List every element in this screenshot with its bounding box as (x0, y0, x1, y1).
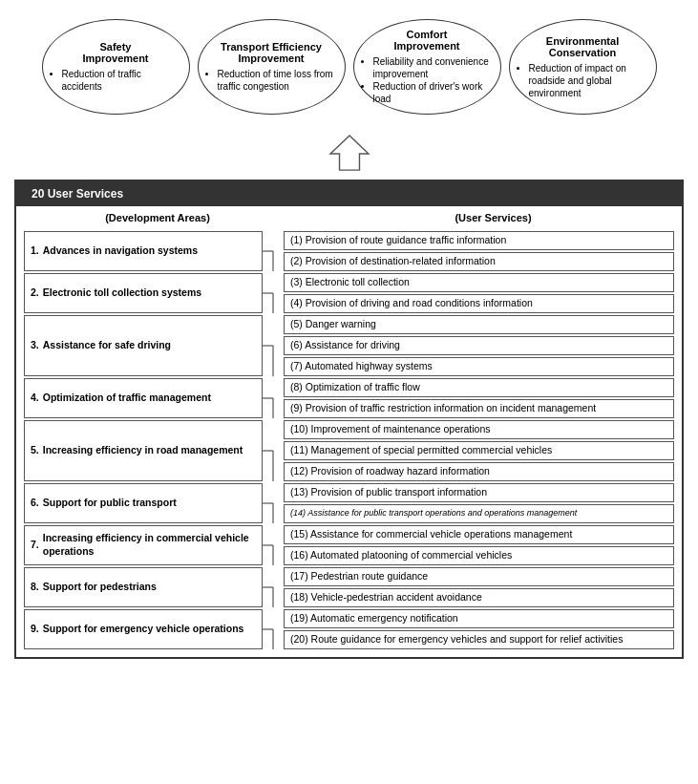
dev-item-num: 3. (31, 339, 39, 352)
dev-item-label: Advances in navigation systems (43, 244, 198, 258)
oval: EnvironmentalConservationReduction of im… (509, 19, 657, 115)
oval-bullets: Reduction of impact on roadside and glob… (518, 62, 648, 99)
user-services-list: (19) Automatic emergency notification(20… (284, 609, 674, 649)
user-service-item: (1) Provision of route guidance traffic … (284, 231, 674, 250)
connector-svg (263, 609, 284, 649)
dev-area-item: 6.Support for public transport (24, 483, 263, 523)
connector (263, 273, 284, 313)
user-services-list: (13) Provision of public transport infor… (284, 483, 674, 523)
service-group: 6.Support for public transport(13) Provi… (24, 483, 674, 523)
service-group: 7.Increasing efficiency in commercial ve… (24, 525, 674, 565)
user-services-list: (8) Optimization of traffic flow(9) Prov… (284, 378, 674, 418)
user-service-item: (14) Assistance for public transport ope… (284, 504, 674, 523)
dev-area-item: 2.Electronic toll collection systems (24, 273, 263, 313)
user-services-list: (3) Electronic toll collection(4) Provis… (284, 273, 674, 313)
user-service-item: (16) Automated platooning of commercial … (284, 546, 674, 565)
dev-item-num: 4. (31, 392, 39, 405)
main-box-title-row: 20 User Services (16, 181, 682, 206)
connector (263, 378, 284, 418)
connector-svg (263, 525, 284, 565)
service-group: 4.Optimization of traffic management(8) … (24, 378, 674, 418)
connector-svg (263, 273, 284, 313)
dev-item-label: Assistance for safe driving (43, 339, 171, 352)
user-services-list: (10) Improvement of maintenance operatio… (284, 420, 674, 481)
oval-bullet-item: Reduction of impact on roadside and glob… (529, 62, 648, 99)
dev-item-label: Increasing efficiency in road management (43, 444, 243, 457)
connector-svg (263, 378, 284, 418)
user-service-item: (9) Provision of traffic restriction inf… (284, 399, 674, 418)
service-group: 3.Assistance for safe driving(5) Danger … (24, 315, 674, 376)
connector (263, 525, 284, 565)
connector (263, 483, 284, 523)
oval-bullet-item: Reduction of traffic accidents (62, 68, 181, 93)
main-box-title: 20 User Services (24, 184, 131, 203)
dev-item-label: Support for pedestrians (43, 581, 157, 594)
dev-area-item: 9.Support for emergency vehicle operatio… (24, 609, 263, 649)
connector (263, 420, 284, 481)
service-group: 2.Electronic toll collection systems(3) … (24, 273, 674, 313)
connector (263, 567, 284, 607)
service-group: 9.Support for emergency vehicle operatio… (24, 609, 674, 649)
connector (263, 609, 284, 649)
oval-bullets: Reliability and convenience improvementR… (362, 55, 493, 105)
dev-area-item: 5.Increasing efficiency in road manageme… (24, 420, 263, 481)
user-services-list: (1) Provision of route guidance traffic … (284, 231, 674, 271)
oval-bullet-item: Reliability and convenience improvement (373, 55, 493, 80)
user-service-item: (10) Improvement of maintenance operatio… (284, 420, 674, 439)
svg-marker-0 (330, 136, 369, 170)
dev-item-num: 8. (31, 581, 39, 594)
connector-svg (263, 567, 284, 607)
user-service-item: (2) Provision of destination-related inf… (284, 252, 674, 271)
connector-svg (263, 231, 284, 271)
dev-area-item: 8.Support for pedestrians (24, 567, 263, 607)
user-services-list: (15) Assistance for commercial vehicle o… (284, 525, 674, 565)
dev-area-item: 3.Assistance for safe driving (24, 315, 263, 376)
dev-item-num: 5. (31, 444, 39, 457)
oval-bullet-item: Reduction of driver's work load (373, 80, 493, 105)
dev-item-num: 2. (31, 286, 39, 300)
user-service-item: (20) Route guidance for emergency vehicl… (284, 630, 674, 649)
dev-item-label: Support for emergency vehicle operations (43, 623, 244, 636)
service-group: 1.Advances in navigation systems(1) Prov… (24, 231, 674, 271)
dev-item-label: Increasing efficiency in commercial vehi… (43, 532, 256, 558)
dev-item-label: Optimization of traffic management (43, 392, 211, 405)
connector-svg (263, 315, 284, 376)
dev-item-label: Electronic toll collection systems (43, 286, 201, 300)
arrow-section (10, 134, 688, 172)
oval-bullet-item: Reduction of time loss from traffic cong… (218, 68, 337, 93)
content-area: (Development Areas) (User Services) 1.Ad… (16, 206, 682, 657)
service-group: 5.Increasing efficiency in road manageme… (24, 420, 674, 481)
oval-bullets: Reduction of time loss from traffic cong… (206, 68, 337, 93)
oval-title: SafetyImprovement (82, 41, 148, 64)
oval: SafetyImprovementReduction of traffic ac… (42, 19, 190, 115)
user-services-list: (5) Danger warning(6) Assistance for dri… (284, 315, 674, 376)
oval-title: ComfortImprovement (393, 29, 459, 52)
ovals-section: SafetyImprovementReduction of traffic ac… (10, 10, 688, 124)
connector-svg (263, 483, 284, 523)
connector (263, 315, 284, 376)
headers-row: (Development Areas) (User Services) (24, 212, 674, 223)
dev-item-num: 7. (31, 539, 39, 552)
groups-container: 1.Advances in navigation systems(1) Prov… (24, 231, 674, 649)
dev-area-item: 1.Advances in navigation systems (24, 231, 263, 271)
user-service-item: (15) Assistance for commercial vehicle o… (284, 525, 674, 544)
user-services-header: (User Services) (312, 212, 674, 223)
oval: ComfortImprovementReliability and conven… (353, 19, 501, 115)
service-group: 8.Support for pedestrians(17) Pedestrian… (24, 567, 674, 607)
user-service-item: (3) Electronic toll collection (284, 273, 674, 292)
dev-item-num: 1. (31, 244, 39, 258)
user-service-item: (19) Automatic emergency notification (284, 609, 674, 628)
dev-area-item: 7.Increasing efficiency in commercial ve… (24, 525, 263, 565)
dev-area-header: (Development Areas) (24, 212, 291, 223)
user-service-item: (18) Vehicle-pedestrian accident avoidan… (284, 588, 674, 607)
user-service-item: (5) Danger warning (284, 315, 674, 334)
dev-item-label: Support for public transport (43, 497, 177, 510)
connector-svg (263, 420, 284, 481)
oval-bullets: Reduction of traffic accidents (51, 68, 181, 93)
main-box: 20 User Services (Development Areas) (Us… (14, 180, 684, 659)
user-services-list: (17) Pedestrian route guidance(18) Vehic… (284, 567, 674, 607)
oval-title: EnvironmentalConservation (546, 35, 619, 58)
user-service-item: (17) Pedestrian route guidance (284, 567, 674, 586)
user-service-item: (13) Provision of public transport infor… (284, 483, 674, 502)
user-service-item: (4) Provision of driving and road condit… (284, 294, 674, 313)
